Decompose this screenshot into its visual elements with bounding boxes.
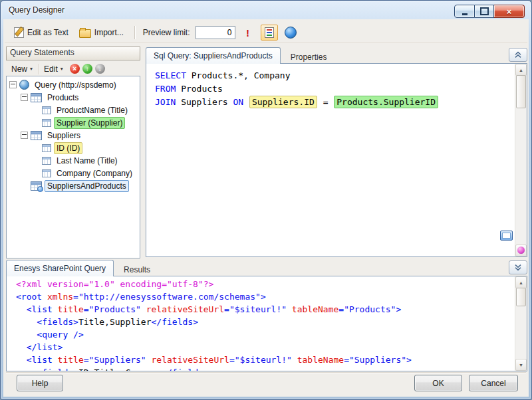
code-token: =: [84, 304, 89, 314]
scrollbar-thumb[interactable]: [516, 75, 526, 108]
import-button[interactable]: Import...: [75, 25, 128, 40]
code-token: [16, 355, 27, 365]
tree-item-id-id[interactable]: ID (ID): [7, 142, 140, 154]
code-token: title: [53, 355, 84, 365]
tree-item-suppliers[interactable]: Suppliers: [7, 129, 140, 142]
minimize-button[interactable]: [454, 5, 475, 18]
main-toolbar: Edit as Text Import... Preview limit: !: [5, 23, 527, 43]
code-token: "Suppliers": [349, 355, 406, 365]
tab-sql-query[interactable]: Sql Query: SuppliersAndProducts: [146, 47, 281, 64]
edit-statement-button[interactable]: Edit ▾: [40, 62, 67, 76]
tree-item-supplier-supplier[interactable]: Supplier (Supplier): [7, 116, 140, 129]
ok-button[interactable]: OK: [414, 375, 462, 391]
sql-editor[interactable]: SELECT Products.*, CompanyFROM ProductsJ…: [146, 63, 527, 257]
code-token: =: [84, 355, 89, 365]
code-token: "$siteurl!": [235, 355, 292, 365]
code-token: "Products": [89, 304, 141, 314]
code-token: relativeSiteUrl: [146, 355, 229, 365]
code-token: </fields>: [162, 367, 208, 371]
edit-as-text-button[interactable]: Edit as Text: [10, 25, 72, 40]
tree-item-products[interactable]: Products: [7, 91, 140, 104]
code-token: ON: [233, 97, 243, 107]
preview-limit-label: Preview limit:: [143, 28, 190, 37]
code-token: xmlns: [42, 292, 73, 302]
code-line: SELECT Products.*, Company: [155, 69, 509, 82]
preview-limit-input[interactable]: [196, 26, 235, 39]
apply-limit-button[interactable]: !: [239, 25, 257, 41]
scrollbar-thumb[interactable]: [516, 288, 526, 306]
tree-expander-icon[interactable]: [21, 94, 28, 101]
tree-item-label: ProductName (Title): [54, 104, 130, 116]
code-token: ID,Title,Company: [78, 367, 162, 371]
edit-as-text-label: Edit as Text: [27, 28, 68, 37]
code-token: [243, 97, 249, 107]
new-statement-button[interactable]: New ▾: [7, 62, 37, 76]
cancel-button[interactable]: Cancel: [469, 375, 518, 391]
window-title: Query Designer: [9, 5, 65, 15]
column-icon: [42, 106, 51, 114]
move-down-button[interactable]: ↓: [95, 64, 105, 74]
code-token: title: [53, 304, 84, 314]
xml-code: <?xml version="1.0" encoding="utf-8"?><r…: [7, 276, 527, 371]
tab-enesys-sharepoint-query[interactable]: Enesys SharePoint Query: [6, 260, 114, 276]
table-icon: [31, 93, 42, 102]
collapse-sql-panel-button[interactable]: [509, 48, 527, 62]
scroll-down-button[interactable]: ▼: [515, 359, 527, 371]
tab-properties[interactable]: Properties: [283, 50, 334, 64]
tree-expander-icon[interactable]: [21, 132, 28, 139]
tree-item-suppliersandproducts[interactable]: SuppliersAndProducts: [7, 179, 140, 192]
code-token: "http://enesyssoftware.com/schemas": [78, 292, 261, 302]
edit-label: Edit: [44, 64, 58, 74]
code-token: [16, 304, 27, 314]
column-icon: [42, 169, 51, 177]
sql-scrollbar[interactable]: ▲ ▼: [515, 64, 527, 256]
tab-results[interactable]: Results: [116, 262, 158, 276]
minimize-icon: [462, 13, 467, 15]
close-button[interactable]: ×: [494, 5, 525, 18]
tree-item-query-http-spsdemo[interactable]: Query (http://spsdemo): [7, 78, 140, 91]
move-up-button[interactable]: ↑: [82, 64, 92, 74]
code-token: JOIN: [155, 97, 176, 107]
xml-view-button[interactable]: [261, 25, 278, 41]
xml-editor[interactable]: <?xml version="1.0" encoding="utf-8"?><r…: [6, 276, 527, 371]
code-line: </list>: [16, 341, 509, 353]
table-icon: [31, 131, 42, 140]
tree-item-label: Supplier (Supplier): [54, 117, 125, 129]
delete-statement-button[interactable]: ×: [70, 64, 80, 74]
tree-item-label: Company (Company): [54, 167, 135, 179]
code-token: Title,Supplier: [78, 317, 152, 327]
tree-item-label: Suppliers: [45, 130, 83, 142]
tree-item-label: Products: [45, 92, 81, 104]
new-label: New: [11, 64, 27, 74]
code-line: <list title="Products" relativeSiteUrl="…: [16, 303, 509, 316]
collapse-bottom-panel-button[interactable]: [509, 260, 527, 274]
code-line: JOIN Suppliers ON Suppliers.ID = Product…: [155, 96, 509, 109]
footer-divider: [6, 372, 526, 373]
tree-item-last-name-title[interactable]: Last Name (Title): [7, 154, 140, 167]
code-token: Suppliers.ID: [249, 96, 317, 108]
chevron-double-down-icon: [514, 264, 522, 271]
caret-down-icon: ▾: [30, 66, 33, 72]
code-token: =: [338, 304, 344, 314]
column-icon: [42, 144, 51, 152]
code-token: Products: [176, 84, 222, 94]
code-token: <list: [27, 304, 53, 314]
maximize-button[interactable]: [475, 5, 494, 18]
tree-item-productname-title[interactable]: ProductName (Title): [7, 104, 140, 116]
sql-code: SELECT Products.*, CompanyFROM ProductsJ…: [146, 64, 527, 109]
scroll-up-button[interactable]: ▲: [515, 276, 527, 288]
help-button[interactable]: Help: [17, 375, 63, 391]
tree-item-company-company[interactable]: Company (Company): [7, 167, 140, 179]
magenta-orb-icon[interactable]: [517, 247, 525, 254]
statements-toolbar-separator: [38, 64, 39, 74]
scroll-up-button[interactable]: ▲: [515, 64, 527, 76]
refresh-preview-button[interactable]: [282, 25, 299, 41]
code-token: >: [261, 292, 266, 302]
column-icon: [42, 119, 51, 127]
code-token: =: [224, 304, 229, 314]
query-statements-title: Query Statements: [10, 48, 74, 57]
preview-monitor-icon[interactable]: [500, 231, 513, 241]
arrow-down-icon: ↓: [98, 66, 102, 72]
xml-scrollbar[interactable]: ▲ ▼: [515, 276, 527, 371]
tree-expander-icon[interactable]: [9, 81, 17, 88]
